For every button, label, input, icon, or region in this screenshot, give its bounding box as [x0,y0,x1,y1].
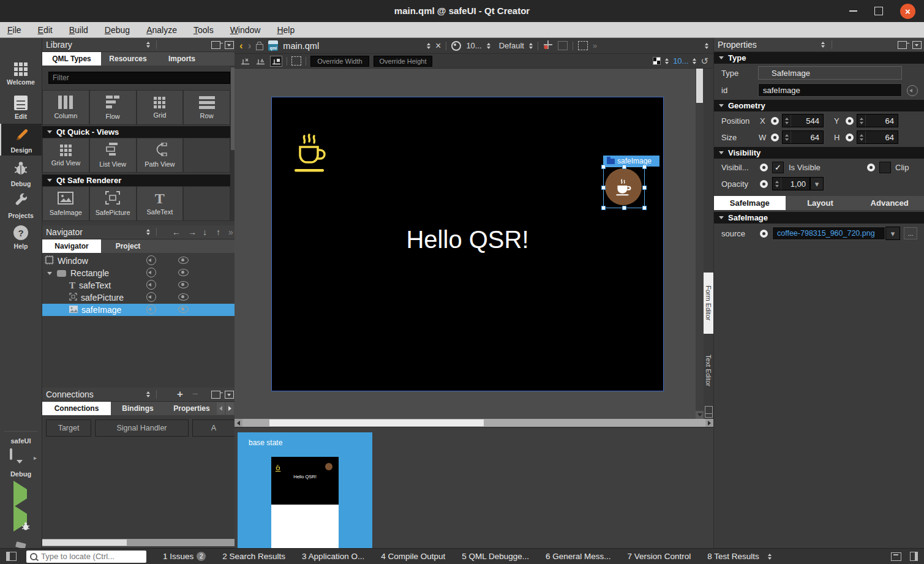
canvas-hscrollbar[interactable] [235,419,713,427]
x-spin-arrows[interactable] [783,115,791,127]
library-item-safeimage[interactable]: SafeImage [42,186,89,221]
close-panel-icon[interactable] [225,391,234,399]
resize-handle-se[interactable] [642,206,647,210]
tab-safeimage[interactable]: SafeImage [714,196,786,210]
library-filter-input[interactable] [48,72,230,84]
override-height-field[interactable]: Override Height [374,56,432,67]
w-spinbox[interactable]: 64 [782,130,824,144]
selection-rect[interactable] [603,167,645,208]
h-binding-knob-icon[interactable] [846,133,854,141]
output-pane-search-results[interactable]: 2 Search Results [222,552,285,561]
overflow-icon[interactable]: » [228,227,233,237]
canvas-vscrollbar[interactable] [696,69,704,419]
source-browse-button[interactable]: ... [904,227,917,239]
tab-advanced[interactable]: Advanced [855,196,924,210]
scroll-left-button[interactable] [235,419,242,427]
nav-row-safepicture[interactable]: safePicture [42,291,235,304]
scroll-down-button[interactable] [696,411,704,419]
scroll-right-button[interactable] [705,419,713,427]
tab-properties[interactable]: Properties [165,402,219,415]
menu-edit[interactable]: Edit [38,25,53,35]
panel-selector-icon[interactable] [146,42,150,48]
record-icon[interactable] [451,41,461,51]
split-panel-icon[interactable] [211,41,220,49]
resize-handle-e[interactable] [642,186,647,190]
resize-handle-ne[interactable] [642,165,647,169]
base-state-card[interactable]: base state Hello QSR! [238,432,372,549]
section-geometry[interactable]: Geometry [714,100,924,111]
state-selector-value[interactable]: Default [499,41,524,50]
section-qt-safe-renderer[interactable]: Qt Safe Renderer [42,175,235,186]
mode-design[interactable]: Design [0,124,42,156]
output-pane-application-output[interactable]: 3 Application O... [302,552,364,561]
run-button[interactable] [13,489,27,498]
locator-input[interactable] [26,551,146,563]
panel-selector-icon[interactable] [146,229,150,235]
y-spin-arrows[interactable] [857,115,866,127]
mode-help[interactable]: ? Help [0,222,42,254]
close-panel-icon[interactable] [225,41,234,49]
resize-handle-n[interactable] [622,165,626,169]
toolbar-spinner-icon[interactable] [705,43,708,49]
back-icon[interactable]: ‹ [239,40,243,52]
menu-analyze[interactable]: Analyze [146,25,177,35]
section-type[interactable]: Type [714,52,924,64]
safe-picture-coffee-icon[interactable] [292,131,326,177]
w-spin-arrows[interactable] [783,131,791,143]
open-file-name[interactable]: main.qml [283,41,319,51]
move-down-icon[interactable]: ↓ [203,227,207,237]
nav-row-window[interactable]: Window [42,255,235,267]
mode-welcome[interactable]: Welcome [0,58,42,90]
menu-tools[interactable]: Tools [193,25,214,35]
section-visibility[interactable]: Visibility [714,147,924,159]
zoom-level-value[interactable]: 10... [466,41,481,50]
resize-handle-nw[interactable] [601,165,606,169]
output-pane-qml-debugger[interactable]: 5 QML Debugge... [462,552,529,561]
move-up-icon[interactable]: ↑ [216,227,220,237]
tab-bindings[interactable]: Bindings [111,402,165,415]
show-item-bounds-icon[interactable] [291,56,301,66]
menu-window[interactable]: Window [230,25,261,35]
minimize-button[interactable] [849,10,857,12]
w-binding-knob-icon[interactable] [771,133,779,141]
export-icon[interactable] [146,304,156,314]
library-item-safetext[interactable]: T SafeText [137,186,184,221]
state-spinner-icon[interactable] [529,43,533,49]
background-spinner-icon[interactable] [665,58,669,64]
canvas-zoom-spinner-icon[interactable] [693,58,696,64]
visibility-eye-icon[interactable] [178,293,189,301]
resize-handle-w[interactable] [601,186,606,190]
opacity-spinbox[interactable]: 1,00 [772,177,810,190]
clip-binding-knob-icon[interactable] [867,164,875,171]
reset-view-icon[interactable]: ↺ [701,56,708,67]
y-spinbox[interactable]: 64 [857,114,898,127]
tab-layout[interactable]: Layout [786,196,855,210]
menu-help[interactable]: Help [277,25,295,35]
canvas-zoom-value[interactable]: 10... [673,56,688,66]
visible-binding-knob-icon[interactable] [760,164,768,171]
library-item-grid-view[interactable]: Grid View [42,138,89,173]
menu-build[interactable]: Build [69,25,88,35]
column-header-signal-handler[interactable]: Signal Handler [95,419,189,437]
expand-caret-icon[interactable] [47,272,52,275]
export-icon[interactable] [146,255,156,265]
close-panel-icon[interactable] [912,41,922,49]
annotation-icon[interactable] [543,40,553,51]
move-right-icon[interactable]: → [188,227,197,237]
lock-icon[interactable] [256,44,263,50]
mode-edit[interactable]: Edit [0,92,42,124]
id-input[interactable]: safeImage [758,83,902,97]
source-value-field[interactable]: coffee-798315_960_720.png [772,227,885,240]
visibility-eye-icon[interactable] [178,281,189,288]
snapping-icon[interactable] [270,56,282,67]
visibility-eye-icon[interactable] [178,257,189,264]
library-item-column[interactable]: Column [42,90,89,125]
visibility-eye-icon[interactable] [178,269,189,276]
menu-debug[interactable]: Debug [105,25,130,35]
section-safeimage[interactable]: SafeImage [714,212,924,224]
x-binding-knob-icon[interactable] [771,117,779,125]
h-spinbox[interactable]: 64 [857,130,898,144]
tab-text-editor[interactable]: Text Editor [704,340,713,401]
column-header-action[interactable]: A [192,419,235,437]
column-header-target[interactable]: Target [46,419,91,437]
